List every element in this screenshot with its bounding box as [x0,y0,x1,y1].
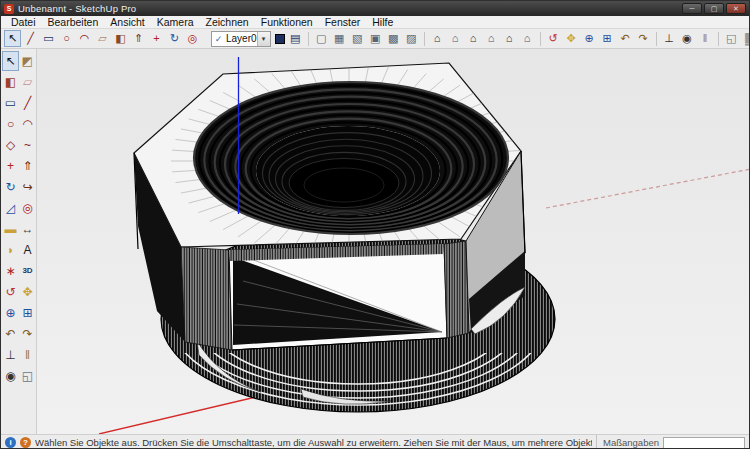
back-view-button[interactable]: ⌂ [501,30,518,47]
top-view-button[interactable]: ⌂ [447,30,464,47]
next-view-button[interactable]: ↷ [635,30,652,47]
paint-bucket-tool-button[interactable]: ◧ [112,30,129,47]
left-view-button-icon: ⌂ [524,33,531,44]
menu-item-datei[interactable]: Datei [5,16,42,29]
style-shaded-button[interactable]: ▣ [367,30,384,47]
layer-color-button[interactable] [274,30,286,47]
status-info-icon[interactable]: i [5,437,16,448]
iso-view-button[interactable]: ⌂ [429,30,446,47]
rotate-tool-button-icon: ↻ [170,33,179,44]
previous-view-tool-icon: ↶ [5,328,15,340]
offset-tool-button-icon: ◎ [188,33,198,44]
polygon-tool[interactable]: ◇ [2,135,19,155]
right-view-button[interactable]: ⌂ [483,30,500,47]
move-tool-button[interactable]: + [148,30,165,47]
close-button[interactable]: ✕ [726,3,746,14]
style-shaded-textures-button[interactable]: ▩ [385,30,402,47]
pan-tool[interactable]: ✥ [19,282,36,302]
left-view-button[interactable]: ⌂ [519,30,536,47]
menu-item-funktionen[interactable]: Funktionen [255,16,319,29]
section-plane-tool[interactable]: ◱ [19,366,36,386]
layer-visible-check-icon: ✓ [212,34,225,44]
axes-tool[interactable]: ∗ [2,261,19,281]
position-camera-tool[interactable]: ⊥ [2,345,19,365]
pan-tool-button[interactable]: ✥ [563,30,580,47]
maximize-button[interactable]: ▢ [704,3,724,14]
layer-dropdown[interactable]: ✓ Layer0 ▾ [211,31,271,47]
rectangle-tool-button-icon: ▭ [43,33,53,44]
viewport[interactable] [37,49,749,434]
arc-tool[interactable]: ◠ [19,114,36,134]
rotate-tool-button[interactable]: ↻ [166,30,183,47]
previous-view-tool[interactable]: ↶ [2,324,19,344]
menu-item-zeichnen[interactable]: Zeichnen [200,16,255,29]
zoom-extents-button-icon: ⊞ [602,33,611,44]
rectangle-tool-button[interactable]: ▭ [40,30,57,47]
zoom-tool[interactable]: ⊕ [2,303,19,323]
menu-item-hilfe[interactable]: Hilfe [366,16,399,29]
freehand-tool[interactable]: ~ [19,135,36,155]
make-component-tool[interactable]: ◩ [19,51,36,71]
eraser-tool[interactable]: ▱ [19,72,36,92]
previous-view-button[interactable]: ↶ [617,30,634,47]
hex-nut-model[interactable] [134,63,555,412]
front-view-button[interactable]: ⌂ [465,30,482,47]
section-plane-button[interactable]: ◱ [723,30,740,47]
style-hidden-line-button[interactable]: ▧ [349,30,366,47]
move-tool-icon: + [7,160,14,172]
zoom-extents-tool[interactable]: ⊞ [19,303,36,323]
zoom-tool-button[interactable]: ⊕ [581,30,598,47]
scale-tool[interactable]: ◿ [2,198,19,218]
viewport-canvas[interactable] [37,49,749,434]
push-pull-tool-button[interactable]: ⇑ [130,30,147,47]
rotate-tool[interactable]: ↻ [2,177,19,197]
hole-bottom [289,159,399,208]
zoom-extents-button[interactable]: ⊞ [599,30,616,47]
protractor-tool[interactable]: ◗ [2,240,19,260]
select-tool[interactable]: ↖ [2,51,19,71]
paint-bucket-tool-icon: ◧ [5,76,16,88]
circle-tool[interactable]: ○ [2,114,19,134]
previous-view-button-icon: ↶ [620,33,629,44]
tape-measure-tool[interactable]: ▬ [2,219,19,239]
select-tool-button[interactable]: ↖ [4,30,21,47]
3d-text-tool[interactable]: 3D [19,261,36,281]
text-tool[interactable]: A [19,240,36,260]
menu-item-ansicht[interactable]: Ansicht [104,16,150,29]
offset-tool-button[interactable]: ◎ [184,30,201,47]
look-around-tool[interactable]: ◉ [2,366,19,386]
style-xray-button[interactable]: ▢ [313,30,330,47]
dimension-tool[interactable]: ↔ [19,219,36,239]
layer-manager-button[interactable]: ▤ [287,30,304,47]
style-wireframe-button[interactable]: ▦ [331,30,348,47]
menu-item-bearbeiten[interactable]: Bearbeiten [42,16,105,29]
arc-tool-button[interactable]: ◠ [76,30,93,47]
paint-bucket-tool[interactable]: ◧ [2,72,19,92]
menu-item-fenster[interactable]: Fenster [319,16,367,29]
follow-me-tool[interactable]: ↪ [19,177,36,197]
layer-dropdown-arrow-icon[interactable]: ▾ [257,32,270,46]
eraser-tool-button[interactable]: ▱ [94,30,111,47]
walk-tool-button[interactable]: ‖ [697,30,714,47]
walk-tool[interactable]: ‖ [19,345,36,365]
circle-tool-button[interactable]: ○ [58,30,75,47]
orbit-tool-button[interactable]: ↺ [545,30,562,47]
measurements-input[interactable] [663,437,745,449]
push-pull-tool[interactable]: ⇑ [19,156,36,176]
move-tool[interactable]: + [2,156,19,176]
line-tool-button[interactable]: ╱ [22,30,39,47]
minimize-button[interactable]: ─ [682,3,702,14]
menu-item-kamera[interactable]: Kamera [151,16,200,29]
look-around-button[interactable]: ◉ [679,30,696,47]
position-camera-button[interactable]: ⊥ [661,30,678,47]
offset-tool[interactable]: ◎ [19,198,36,218]
style-monochrome-button[interactable]: ▨ [403,30,420,47]
line-tool[interactable]: ╱ [19,93,36,113]
shadows-toggle-button[interactable]: ▓ [741,30,750,47]
orbit-tool[interactable]: ↺ [2,282,19,302]
status-help-icon[interactable]: ? [20,437,31,448]
section-plane-button-icon: ◱ [726,33,736,44]
next-view-tool[interactable]: ↷ [19,324,36,344]
select-tool-button-icon: ↖ [8,33,17,44]
rectangle-tool[interactable]: ▭ [2,93,19,113]
